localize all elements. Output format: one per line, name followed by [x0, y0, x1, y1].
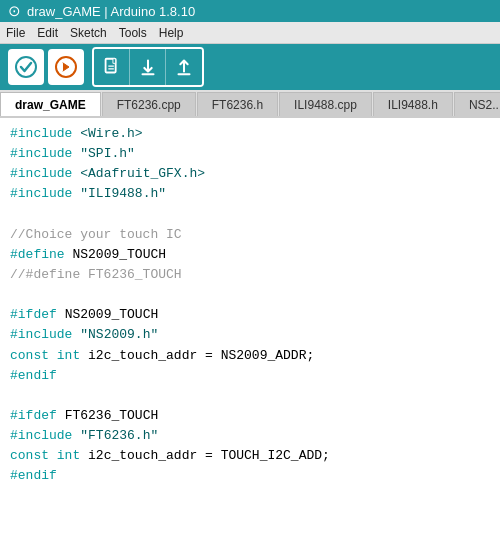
menu-bar: File Edit Sketch Tools Help	[0, 22, 500, 44]
menu-help[interactable]: Help	[159, 26, 184, 40]
code-line-2: #include "SPI.h"	[10, 144, 490, 164]
code-line-6: //Choice your touch IC	[10, 225, 490, 245]
menu-tools[interactable]: Tools	[119, 26, 147, 40]
file-buttons-group	[92, 47, 204, 87]
tab-ft6236-h[interactable]: FT6236.h	[197, 92, 278, 116]
code-line-8: //#define FT6236_TOUCH	[10, 265, 490, 285]
code-line-18: #endif	[10, 466, 490, 486]
save-button[interactable]	[166, 49, 202, 85]
open-button[interactable]	[130, 49, 166, 85]
code-line-15: #ifdef FT6236_TOUCH	[10, 406, 490, 426]
code-line-11: #include "NS2009.h"	[10, 325, 490, 345]
code-line-4: #include "ILI9488.h"	[10, 184, 490, 204]
code-line-1: #include <Wire.h>	[10, 124, 490, 144]
title-bar-icon: ⊙	[8, 2, 21, 20]
code-line-5	[10, 205, 490, 225]
menu-sketch[interactable]: Sketch	[70, 26, 107, 40]
tab-ili9488-cpp[interactable]: ILI9488.cpp	[279, 92, 372, 116]
verify-button[interactable]	[8, 49, 44, 85]
code-line-14	[10, 386, 490, 406]
code-line-13: #endif	[10, 366, 490, 386]
code-line-16: #include "FT6236.h"	[10, 426, 490, 446]
code-line-12: const int i2c_touch_addr = NS2009_ADDR;	[10, 346, 490, 366]
tab-ns2[interactable]: NS2...	[454, 92, 500, 116]
tab-draw-game[interactable]: draw_GAME	[0, 92, 101, 116]
code-area[interactable]: #include <Wire.h> #include "SPI.h" #incl…	[0, 118, 500, 555]
code-line-17: const int i2c_touch_addr = TOUCH_I2C_ADD…	[10, 446, 490, 466]
code-line-3: #include <Adafruit_GFX.h>	[10, 164, 490, 184]
upload-button[interactable]	[48, 49, 84, 85]
title-bar: ⊙ draw_GAME | Arduino 1.8.10	[0, 0, 500, 22]
code-line-9	[10, 285, 490, 305]
tabs-bar: draw_GAME FT6236.cpp FT6236.h ILI9488.cp…	[0, 90, 500, 118]
tab-ili9488-h[interactable]: ILI9488.h	[373, 92, 453, 116]
code-line-7: #define NS2009_TOUCH	[10, 245, 490, 265]
code-line-10: #ifdef NS2009_TOUCH	[10, 305, 490, 325]
menu-edit[interactable]: Edit	[37, 26, 58, 40]
menu-file[interactable]: File	[6, 26, 25, 40]
new-button[interactable]	[94, 49, 130, 85]
title-bar-text: draw_GAME | Arduino 1.8.10	[27, 4, 195, 19]
toolbar	[0, 44, 500, 90]
tab-ft6236-cpp[interactable]: FT6236.cpp	[102, 92, 196, 116]
svg-point-0	[16, 57, 36, 77]
